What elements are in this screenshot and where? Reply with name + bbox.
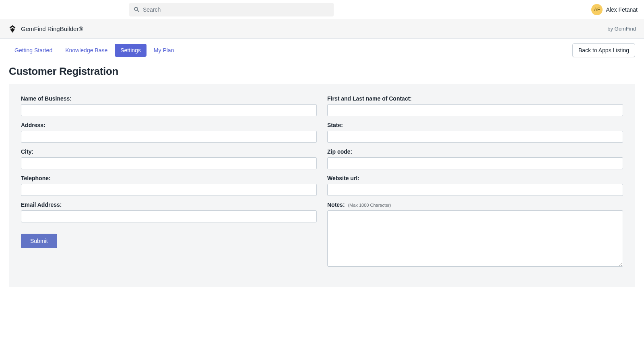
search-wrap — [129, 3, 334, 16]
user-menu[interactable]: AF Alex Fetanat — [591, 4, 638, 15]
app-title: GemFind RingBuilder® — [21, 25, 83, 32]
submit-button[interactable]: Submit — [21, 234, 57, 248]
field-contact: First and Last name of Contact: — [327, 95, 623, 116]
navrow: Getting Started Knowledge Base Settings … — [0, 39, 644, 62]
label-notes: Notes: (Max 1000 Character) — [327, 202, 623, 208]
field-email: Email Address: — [21, 202, 317, 222]
field-notes: Notes: (Max 1000 Character) — [327, 202, 623, 268]
label-business: Name of Business: — [21, 95, 317, 102]
label-contact: First and Last name of Contact: — [327, 95, 623, 102]
tab-my-plan[interactable]: My Plan — [148, 44, 180, 57]
field-zip: Zip code: — [327, 148, 623, 169]
tab-knowledge-base[interactable]: Knowledge Base — [60, 44, 113, 57]
page-title: Customer Registration — [9, 65, 644, 78]
search-input[interactable] — [129, 3, 334, 16]
label-notes-hint: (Max 1000 Character) — [348, 203, 391, 208]
user-name: Alex Fetanat — [606, 6, 638, 13]
tab-settings[interactable]: Settings — [115, 44, 147, 57]
appbar: GemFind RingBuilder® by GemFind — [0, 19, 644, 39]
avatar-initials: AF — [594, 7, 600, 12]
form-col-left: Name of Business: Address: City: Telepho… — [21, 95, 317, 274]
tab-getting-started[interactable]: Getting Started — [9, 44, 58, 57]
input-city[interactable] — [21, 157, 317, 169]
input-address[interactable] — [21, 131, 317, 143]
by-line: by GemFind — [607, 26, 636, 32]
back-to-apps-button[interactable]: Back to Apps Listing — [572, 43, 635, 57]
form-col-right: First and Last name of Contact: State: Z… — [327, 95, 623, 274]
appbar-left: GemFind RingBuilder® — [8, 25, 83, 33]
input-business[interactable] — [21, 104, 317, 116]
label-state: State: — [327, 122, 623, 128]
input-state[interactable] — [327, 131, 623, 143]
input-website[interactable] — [327, 184, 623, 196]
topbar: AF Alex Fetanat — [0, 0, 644, 19]
label-email: Email Address: — [21, 202, 317, 208]
field-telephone: Telephone: — [21, 175, 317, 196]
field-website: Website url: — [327, 175, 623, 196]
input-telephone[interactable] — [21, 184, 317, 196]
logo-icon — [8, 25, 17, 33]
label-website: Website url: — [327, 175, 623, 181]
input-zip[interactable] — [327, 157, 623, 169]
form-grid: Name of Business: Address: City: Telepho… — [21, 95, 623, 274]
label-address: Address: — [21, 122, 317, 128]
field-address: Address: — [21, 122, 317, 143]
input-email[interactable] — [21, 210, 317, 222]
tabs: Getting Started Knowledge Base Settings … — [9, 44, 180, 57]
input-contact[interactable] — [327, 104, 623, 116]
label-zip: Zip code: — [327, 148, 623, 155]
input-notes[interactable] — [327, 210, 623, 267]
label-city: City: — [21, 148, 317, 155]
field-city: City: — [21, 148, 317, 169]
label-telephone: Telephone: — [21, 175, 317, 181]
registration-card: Name of Business: Address: City: Telepho… — [9, 84, 635, 287]
avatar: AF — [591, 4, 603, 15]
search-icon — [133, 6, 140, 13]
field-business: Name of Business: — [21, 95, 317, 116]
label-notes-text: Notes: — [327, 202, 345, 208]
field-state: State: — [327, 122, 623, 143]
